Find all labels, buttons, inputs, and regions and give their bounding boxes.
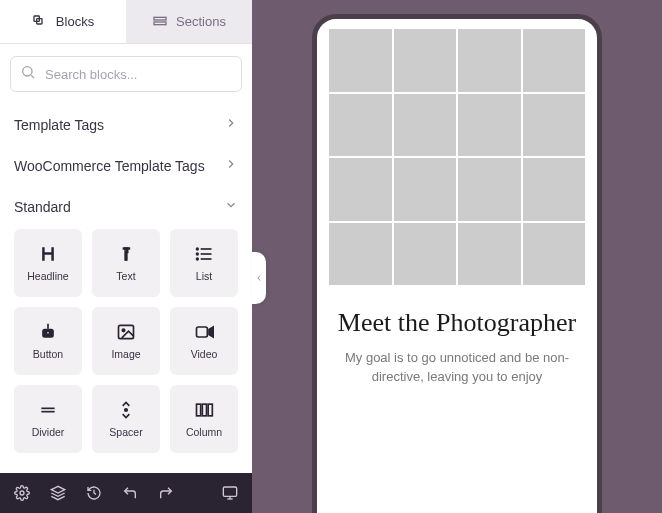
undo-icon xyxy=(122,485,138,501)
image-gallery xyxy=(317,19,597,285)
image-icon xyxy=(116,322,136,342)
gear-icon xyxy=(14,485,30,501)
svg-marker-16 xyxy=(209,327,213,337)
block-label: Text xyxy=(116,270,135,282)
gallery-cell xyxy=(394,29,457,92)
preview-button[interactable] xyxy=(222,485,238,501)
block-button[interactable]: Button xyxy=(14,307,82,375)
svg-point-4 xyxy=(23,67,32,76)
spacer-icon xyxy=(116,400,136,420)
undo-button[interactable] xyxy=(122,485,138,501)
gallery-cell xyxy=(329,94,392,157)
gallery-cell xyxy=(523,29,586,92)
tab-blocks[interactable]: Blocks xyxy=(0,0,126,43)
sections-icon xyxy=(152,14,168,30)
svg-point-23 xyxy=(20,491,24,495)
redo-button[interactable] xyxy=(158,485,174,501)
svg-rect-2 xyxy=(154,17,166,20)
gallery-cell xyxy=(523,94,586,157)
collapse-sidebar-button[interactable] xyxy=(252,252,266,304)
svg-rect-25 xyxy=(223,487,236,496)
svg-rect-13 xyxy=(119,325,134,338)
layers-button[interactable] xyxy=(50,485,66,501)
block-image[interactable]: Image xyxy=(92,307,160,375)
block-label: Spacer xyxy=(109,426,142,438)
block-column[interactable]: Column xyxy=(170,385,238,453)
video-icon xyxy=(194,322,214,342)
footer-toolbar xyxy=(0,473,252,513)
svg-rect-21 xyxy=(202,404,206,416)
accordion-label: Template Tags xyxy=(14,117,104,133)
preview-heading: Meet the Photographer xyxy=(317,285,597,348)
svg-point-12 xyxy=(46,331,49,334)
svg-rect-20 xyxy=(197,404,201,416)
svg-line-5 xyxy=(31,75,34,78)
svg-point-19 xyxy=(125,409,128,412)
svg-point-14 xyxy=(122,329,125,332)
gallery-cell xyxy=(458,29,521,92)
gallery-cell xyxy=(329,223,392,286)
block-divider[interactable]: Divider xyxy=(14,385,82,453)
block-label: Button xyxy=(33,348,63,360)
block-label: Image xyxy=(111,348,140,360)
redo-icon xyxy=(158,485,174,501)
chevron-right-icon xyxy=(224,157,238,174)
block-list[interactable]: List xyxy=(170,229,238,297)
accordion: Template Tags WooCommerce Template Tags … xyxy=(0,104,252,473)
block-label: Headline xyxy=(27,270,68,282)
layers-icon xyxy=(50,485,66,501)
gallery-cell xyxy=(329,29,392,92)
accordion-label: Standard xyxy=(14,199,71,215)
chevron-down-icon xyxy=(224,198,238,215)
accordion-woocommerce[interactable]: WooCommerce Template Tags xyxy=(4,145,248,186)
gallery-cell xyxy=(523,158,586,221)
search-input[interactable] xyxy=(10,56,242,92)
chevron-left-icon xyxy=(254,273,264,283)
tab-sections[interactable]: Sections xyxy=(126,0,252,43)
gallery-cell xyxy=(394,223,457,286)
svg-point-11 xyxy=(197,258,199,260)
history-icon xyxy=(86,485,102,501)
svg-rect-22 xyxy=(208,404,212,416)
desktop-icon xyxy=(222,485,238,501)
panel-tabs: Blocks Sections xyxy=(0,0,252,44)
tab-blocks-label: Blocks xyxy=(56,14,94,29)
block-grid: Headline Text List Button Image Video xyxy=(4,227,248,467)
search-wrap xyxy=(0,44,252,104)
text-icon xyxy=(116,244,136,264)
svg-marker-24 xyxy=(51,486,64,493)
chevron-right-icon xyxy=(224,116,238,133)
preview-canvas: Meet the Photographer My goal is to go u… xyxy=(252,0,662,513)
block-headline[interactable]: Headline xyxy=(14,229,82,297)
gallery-cell xyxy=(394,158,457,221)
block-label: Video xyxy=(191,348,218,360)
gallery-cell xyxy=(394,94,457,157)
accordion-standard[interactable]: Standard xyxy=(4,186,248,227)
column-icon xyxy=(194,400,214,420)
block-text[interactable]: Text xyxy=(92,229,160,297)
gallery-cell xyxy=(458,94,521,157)
history-button[interactable] xyxy=(86,485,102,501)
block-label: Column xyxy=(186,426,222,438)
search-icon xyxy=(20,64,36,84)
accordion-label: WooCommerce Template Tags xyxy=(14,158,205,174)
list-icon xyxy=(194,244,214,264)
settings-button[interactable] xyxy=(14,485,30,501)
accordion-template-tags[interactable]: Template Tags xyxy=(4,104,248,145)
block-label: List xyxy=(196,270,212,282)
mobile-frame: Meet the Photographer My goal is to go u… xyxy=(312,14,602,513)
button-icon xyxy=(38,322,58,342)
headline-icon xyxy=(38,244,58,264)
svg-point-10 xyxy=(197,253,199,255)
svg-rect-3 xyxy=(154,22,166,25)
divider-icon xyxy=(38,400,58,420)
block-video[interactable]: Video xyxy=(170,307,238,375)
svg-rect-15 xyxy=(197,327,208,337)
block-spacer[interactable]: Spacer xyxy=(92,385,160,453)
tab-sections-label: Sections xyxy=(176,14,226,29)
sidebar: Blocks Sections Template Tags WooCommerc… xyxy=(0,0,252,513)
gallery-cell xyxy=(458,158,521,221)
preview-body-text: My goal is to go unnoticed and be non-di… xyxy=(317,348,597,387)
blocks-icon xyxy=(32,14,48,30)
gallery-cell xyxy=(458,223,521,286)
